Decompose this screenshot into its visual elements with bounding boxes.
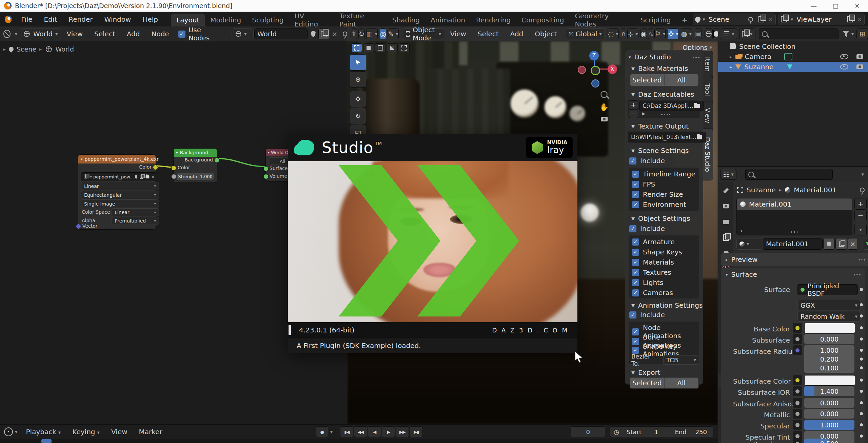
daz-panel-header[interactable]: ▾ Daz Studio: [629, 53, 699, 61]
open-image-icon[interactable]: [146, 175, 150, 178]
folder-icon[interactable]: [694, 104, 700, 108]
use-nodes-checkbox[interactable]: ✓: [178, 31, 185, 38]
tab-sculpting[interactable]: Sculpting: [246, 14, 289, 27]
subsurface-ior-socket[interactable]: [793, 386, 802, 396]
copy-material-button[interactable]: [835, 238, 847, 250]
next-keyframe-button[interactable]: ▶▶: [396, 426, 409, 437]
metallic-socket[interactable]: [793, 409, 802, 419]
expand-icon[interactable]: ▶: [642, 111, 645, 116]
object-menu[interactable]: Object: [529, 30, 563, 38]
properties-search-input[interactable]: [745, 169, 833, 180]
keying-menu[interactable]: Keying▾: [66, 428, 105, 436]
xray-toggle-icon[interactable]: ▣: [695, 28, 702, 39]
subsurface-radius-socket[interactable]: [793, 345, 802, 355]
image-datablock[interactable]: ▾ peppermint_pow... ×: [81, 172, 157, 181]
annotate-tool-icon[interactable]: ✎▾: [388, 28, 398, 39]
timeline-editor-icon[interactable]: [4, 427, 13, 436]
bake-all-button[interactable]: All: [665, 74, 699, 86]
collapse-icon[interactable]: ▾: [629, 55, 631, 60]
play-reverse-button[interactable]: ◀: [368, 426, 381, 437]
delete-view-layer-icon[interactable]: ×: [856, 15, 862, 23]
subsurface-socket[interactable]: [793, 334, 802, 344]
menu-window[interactable]: Window: [99, 15, 137, 23]
preview-panel-header[interactable]: ▸ Preview: [721, 253, 868, 266]
background-output-socket[interactable]: [214, 158, 219, 163]
pan-hand-icon[interactable]: ✋: [599, 103, 609, 111]
new-scene-icon[interactable]: [758, 16, 764, 22]
tab-shading[interactable]: Shading: [387, 14, 425, 27]
gizmo-center[interactable]: [591, 66, 600, 75]
specular-socket[interactable]: [793, 420, 802, 430]
resize-grip-icon[interactable]: [788, 231, 798, 233]
base-color-swatch[interactable]: [804, 323, 855, 333]
select-extend-icon[interactable]: [363, 43, 374, 52]
option-row[interactable]: ✓Cameras: [632, 289, 673, 297]
editor-type-icon[interactable]: [3, 30, 11, 38]
alpha-dropdown[interactable]: Premultiplied▾: [112, 217, 159, 225]
distribution-dropdown[interactable]: GGX▾: [797, 300, 861, 310]
play-button[interactable]: ▶: [382, 426, 395, 437]
fake-user-button[interactable]: [823, 238, 835, 250]
roughness-socket[interactable]: [793, 439, 802, 443]
option-row[interactable]: ✓Environment: [632, 200, 686, 209]
subsurface-slider[interactable]: 0.000: [804, 334, 854, 344]
export-all-button[interactable]: All: [665, 378, 699, 388]
object-include-row[interactable]: ✓Include: [629, 225, 665, 233]
option-row[interactable]: ✓Lights: [632, 278, 663, 287]
projection-dropdown[interactable]: Equirectangular▾: [81, 191, 159, 199]
orbit-gizmo-icon[interactable]: ◎: [380, 28, 386, 39]
scene-settings-section[interactable]: ▼Scene Settings: [631, 147, 689, 155]
pin-icon[interactable]: [748, 17, 753, 22]
rotate-tool[interactable]: ↻: [350, 108, 366, 124]
list-grip-icon[interactable]: [660, 113, 670, 116]
tweak-tool-icon[interactable]: ↻: [358, 28, 365, 39]
collapse-icon[interactable]: ▾: [268, 151, 270, 154]
daz-executables-section[interactable]: ▼Daz Executables: [631, 90, 694, 98]
export-section[interactable]: ▼Export: [631, 368, 660, 377]
timeline-view-menu[interactable]: View: [105, 428, 133, 436]
option-row[interactable]: ✓Timeline Range: [632, 170, 695, 178]
radius-z-field[interactable]: 0.100: [804, 363, 854, 373]
expand-icon[interactable]: ▸: [730, 64, 732, 70]
source-dropdown[interactable]: Single Image▾: [81, 199, 159, 208]
checkbox-checked[interactable]: ✓: [629, 157, 636, 165]
fake-user-icon[interactable]: [311, 31, 316, 37]
jump-to-start-button[interactable]: ▮◀: [340, 426, 353, 437]
base-color-socket[interactable]: [793, 323, 802, 333]
outliner-filter-button[interactable]: ▾: [843, 31, 854, 37]
shading-wireframe-icon[interactable]: [705, 28, 713, 39]
collapse-icon[interactable]: ▾: [176, 151, 178, 155]
expand-icon[interactable]: ▸: [741, 228, 743, 233]
texture-output-section[interactable]: ▼Texture Output: [631, 122, 689, 130]
add-menu[interactable]: Add: [505, 30, 529, 38]
surface-shader-button[interactable]: Principled BSDF: [797, 284, 858, 295]
tab-output[interactable]: [721, 217, 731, 227]
vector-input-socket[interactable]: [76, 224, 81, 229]
menu-help[interactable]: Help: [137, 15, 164, 23]
select-mode-icon[interactable]: ▦▾: [366, 28, 378, 39]
node-background[interactable]: ▾ Background Background Color Strength 1…: [173, 148, 217, 183]
gizmo-z-axis[interactable]: Z: [589, 51, 599, 60]
delete-scene-icon[interactable]: ×: [768, 15, 773, 23]
properties-options-icon[interactable]: ▾: [861, 171, 864, 177]
hide-eye-icon[interactable]: [840, 64, 848, 70]
stopwatch-icon[interactable]: ◷: [614, 428, 619, 436]
outliner-row-scene-collection[interactable]: Scene Collection: [718, 41, 868, 52]
texture-output-path-field[interactable]: D:\WIP\Test_013\Text...: [628, 132, 706, 142]
subsurface-aniso-slider[interactable]: 0.000: [804, 398, 854, 408]
export-selected-button[interactable]: Selected: [630, 378, 665, 388]
collapse-icon[interactable]: ▾: [81, 157, 83, 161]
select-new-icon[interactable]: [351, 43, 362, 52]
blender-menu-icon[interactable]: [5, 16, 12, 23]
remove-slot-button[interactable]: −: [854, 210, 867, 221]
color-output-socket[interactable]: [153, 165, 158, 170]
outliner-row-camera[interactable]: ▸ Camera: [718, 52, 868, 62]
bake-selected-button[interactable]: Selected: [630, 74, 665, 86]
volume-input-socket[interactable]: [263, 174, 269, 179]
env-node-header[interactable]: ▾ peppermint_powerplant_4k.exr: [78, 155, 156, 163]
subsurface-method-dropdown[interactable]: Random Walk▾: [797, 311, 861, 322]
select-invert-icon[interactable]: [387, 43, 398, 52]
current-frame-field[interactable]: 0: [571, 426, 605, 437]
outliner-display-mode-icon[interactable]: ☰▾: [721, 28, 737, 39]
gizmo-z-neg[interactable]: [591, 79, 599, 88]
